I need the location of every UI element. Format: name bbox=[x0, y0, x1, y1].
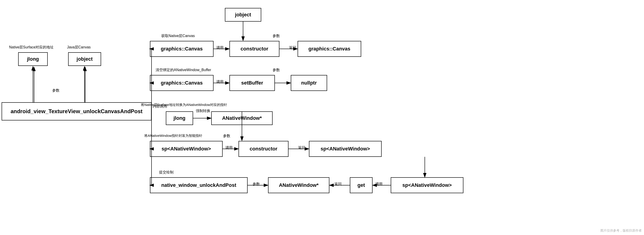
label-java-canvas: Java层Canvas bbox=[67, 45, 91, 50]
watermark: 图片仅供参考，版权归原作者 bbox=[600, 229, 642, 233]
graphics-canvas-2-box: graphics::Canvas bbox=[150, 75, 214, 91]
graphics-canvas-1-box: graphics::Canvas bbox=[150, 41, 214, 57]
jobject-param-box: jobject bbox=[68, 52, 101, 66]
label-param-1: 参数 bbox=[52, 88, 60, 93]
label-param-3: 参数 bbox=[272, 68, 280, 72]
label-get-native-canvas: 获取Native层Canvas bbox=[161, 34, 195, 38]
jlong-param-box: jlong bbox=[18, 52, 48, 66]
label-return-2: 返回 bbox=[298, 146, 305, 150]
label-convert-ptr: 将Native层Surface地址转换为ANativeWindow对应的指针 bbox=[141, 103, 227, 107]
label-submit-draw: 提交绘制 bbox=[159, 170, 174, 175]
label-force-cast: 强制转换 bbox=[196, 109, 210, 114]
jobject-top-box: jobject bbox=[225, 8, 261, 22]
nullptr-box: nullptr bbox=[291, 75, 327, 91]
main-function-box: android_view_TextureView_unlockCanvasAnd… bbox=[2, 102, 152, 120]
label-call-3: 调用 bbox=[225, 146, 232, 150]
sp-anw-1-box: sp<ANativeWindow> bbox=[150, 141, 222, 157]
sp-anw-return-box: sp<ANativeWindow> bbox=[309, 141, 382, 157]
anativewindow-ptr2-box: ANativeWindow* bbox=[268, 177, 330, 193]
label-return-3: 返回 bbox=[334, 182, 342, 186]
graphics-canvas-return-box: graphics::Canvas bbox=[298, 41, 361, 57]
diagram: android_view_TextureView_unlockCanvasAnd… bbox=[0, 0, 644, 235]
constructor-1-box: constructor bbox=[230, 41, 280, 57]
anativewindow-ptr-box: ANativeWindow* bbox=[211, 111, 272, 125]
label-param-4: 参数 bbox=[223, 134, 230, 138]
label-wrap-ptr: 将ANativeWindow指针封装为智能指针 bbox=[144, 134, 202, 138]
jlong-cast-box: jlong bbox=[166, 111, 193, 125]
label-call-4: 调用 bbox=[375, 182, 382, 186]
sp-anw-right-box: sp<ANativeWindow> bbox=[391, 177, 464, 193]
label-clear-buffer: 清空绑定的ANativeWindow_Buffer bbox=[156, 68, 211, 72]
label-param-5: 参数 bbox=[252, 182, 260, 186]
label-call-1: 调用 bbox=[216, 46, 224, 50]
label-native-surface: Native层Surface对应的地址 bbox=[9, 45, 54, 50]
native-window-unlock-box: native_window_unlockAndPost bbox=[150, 177, 248, 193]
constructor-2-box: constructor bbox=[238, 141, 288, 157]
get-box: get bbox=[350, 177, 372, 193]
set-buffer-box: setBuffer bbox=[230, 75, 275, 91]
label-param-2: 参数 bbox=[272, 34, 280, 38]
label-return-1: 返回 bbox=[289, 46, 296, 50]
label-call-2: 调用 bbox=[216, 80, 224, 84]
